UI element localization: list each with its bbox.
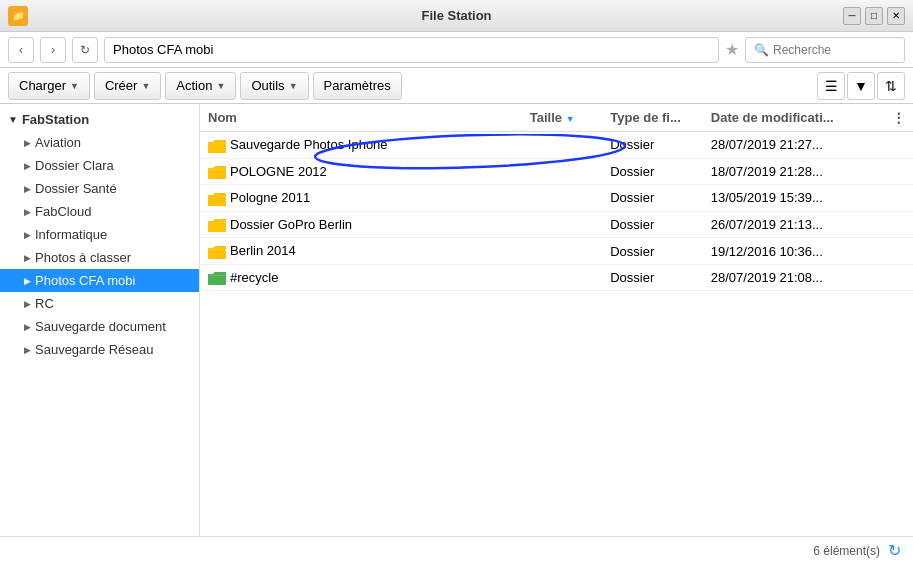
file-date: 19/12/2016 10:36... xyxy=(703,238,884,265)
col-header-date[interactable]: Date de modificati... xyxy=(703,104,884,132)
sidebar-item-label: RC xyxy=(35,296,54,311)
sidebar-item-dossier-sante[interactable]: ▶ Dossier Santé xyxy=(0,177,199,200)
file-size xyxy=(522,158,602,185)
item-arrow-icon: ▶ xyxy=(24,322,31,332)
file-date: 13/05/2019 15:39... xyxy=(703,185,884,212)
file-name[interactable]: Dossier GoPro Berlin xyxy=(200,211,522,238)
sidebar-root[interactable]: ▼ FabStation xyxy=(0,108,199,131)
item-count: 6 élément(s) xyxy=(813,544,880,558)
file-type: Dossier xyxy=(602,158,703,185)
folder-icon xyxy=(208,165,226,179)
charger-arrow: ▼ xyxy=(70,81,79,91)
file-name[interactable]: Sauvegarde Photos Iphone xyxy=(200,132,522,159)
sidebar-item-fabcloud[interactable]: ▶ FabCloud xyxy=(0,200,199,223)
item-arrow-icon: ▶ xyxy=(24,230,31,240)
table-row[interactable]: Sauvegarde Photos Iphone Dossier 28/07/2… xyxy=(200,132,913,159)
svg-rect-9 xyxy=(208,250,226,259)
sidebar-item-label: Sauvegarde document xyxy=(35,319,166,334)
sort-arrow-icon: ▼ xyxy=(566,114,575,124)
file-more[interactable] xyxy=(884,132,913,159)
sidebar-item-rc[interactable]: ▶ RC xyxy=(0,292,199,315)
list-view-button[interactable]: ☰ xyxy=(817,72,845,100)
file-type: Dossier xyxy=(602,264,703,291)
svg-rect-7 xyxy=(208,223,226,232)
refresh-button[interactable]: ↻ xyxy=(72,37,98,63)
sidebar-item-aviation[interactable]: ▶ Aviation xyxy=(0,131,199,154)
file-list: Nom Taille ▼ Type de fi... Date de modif… xyxy=(200,104,913,291)
back-button[interactable]: ‹ xyxy=(8,37,34,63)
item-arrow-icon: ▶ xyxy=(24,276,31,286)
minimize-button[interactable]: ─ xyxy=(843,7,861,25)
table-row[interactable]: Pologne 2011 Dossier 13/05/2019 15:39... xyxy=(200,185,913,212)
sidebar-item-label: Sauvegarde Réseau xyxy=(35,342,154,357)
sort-button[interactable]: ⇅ xyxy=(877,72,905,100)
window-title: File Station xyxy=(421,8,491,23)
file-name[interactable]: #recycle xyxy=(200,264,522,291)
file-more[interactable] xyxy=(884,264,913,291)
col-header-size[interactable]: Taille ▼ xyxy=(522,104,602,132)
file-name[interactable]: POLOGNE 2012 xyxy=(200,158,522,185)
file-size xyxy=(522,238,602,265)
table-header-row: Nom Taille ▼ Type de fi... Date de modif… xyxy=(200,104,913,132)
file-more[interactable] xyxy=(884,211,913,238)
file-more[interactable] xyxy=(884,158,913,185)
file-name[interactable]: Berlin 2014 xyxy=(200,238,522,265)
creer-button[interactable]: Créer ▼ xyxy=(94,72,161,100)
view-dropdown-button[interactable]: ▼ xyxy=(847,72,875,100)
sidebar-item-label: Aviation xyxy=(35,135,81,150)
sidebar-item-sauvegarde-reseau[interactable]: ▶ Sauvegarde Réseau xyxy=(0,338,199,361)
folder-icon xyxy=(208,192,226,206)
root-arrow-icon: ▼ xyxy=(8,114,18,125)
parametres-button[interactable]: Paramètres xyxy=(313,72,402,100)
status-refresh-button[interactable]: ↻ xyxy=(888,541,901,560)
table-row[interactable]: Dossier GoPro Berlin Dossier 26/07/2019 … xyxy=(200,211,913,238)
item-arrow-icon: ▶ xyxy=(24,345,31,355)
folder-icon xyxy=(208,271,226,285)
search-box: 🔍 xyxy=(745,37,905,63)
file-more[interactable] xyxy=(884,238,913,265)
sidebar-item-photos-classer[interactable]: ▶ Photos à classer xyxy=(0,246,199,269)
maximize-button[interactable]: □ xyxy=(865,7,883,25)
col-header-name[interactable]: Nom xyxy=(200,104,522,132)
sidebar-item-sauvegarde-document[interactable]: ▶ Sauvegarde document xyxy=(0,315,199,338)
item-arrow-icon: ▶ xyxy=(24,207,31,217)
file-list-container: Nom Taille ▼ Type de fi... Date de modif… xyxy=(200,104,913,536)
search-input[interactable] xyxy=(773,43,873,57)
file-type: Dossier xyxy=(602,185,703,212)
address-bar: ‹ › ↻ ★ 🔍 xyxy=(0,32,913,68)
file-size xyxy=(522,264,602,291)
file-table: Nom Taille ▼ Type de fi... Date de modif… xyxy=(200,104,913,291)
file-date: 26/07/2019 21:13... xyxy=(703,211,884,238)
item-arrow-icon: ▶ xyxy=(24,161,31,171)
svg-rect-3 xyxy=(208,170,226,179)
favorite-button[interactable]: ★ xyxy=(725,40,739,59)
address-input[interactable] xyxy=(104,37,719,63)
sidebar-item-label: Photos CFA mobi xyxy=(35,273,135,288)
table-row[interactable]: Berlin 2014 Dossier 19/12/2016 10:36... xyxy=(200,238,913,265)
table-row[interactable]: #recycle Dossier 28/07/2019 21:08... xyxy=(200,264,913,291)
file-more[interactable] xyxy=(884,185,913,212)
sidebar-item-photos-cfa-mobi[interactable]: ▶ Photos CFA mobi xyxy=(0,269,199,292)
file-size xyxy=(522,185,602,212)
item-arrow-icon: ▶ xyxy=(24,299,31,309)
sidebar-item-informatique[interactable]: ▶ Informatique xyxy=(0,223,199,246)
item-arrow-icon: ▶ xyxy=(24,253,31,263)
sidebar-item-dossier-clara[interactable]: ▶ Dossier Clara xyxy=(0,154,199,177)
view-buttons: ☰ ▼ ⇅ xyxy=(817,72,905,100)
outils-arrow: ▼ xyxy=(289,81,298,91)
file-type: Dossier xyxy=(602,211,703,238)
charger-button[interactable]: Charger ▼ xyxy=(8,72,90,100)
item-arrow-icon: ▶ xyxy=(24,138,31,148)
sidebar-item-label: Dossier Clara xyxy=(35,158,114,173)
file-size xyxy=(522,211,602,238)
col-header-type[interactable]: Type de fi... xyxy=(602,104,703,132)
table-row[interactable]: POLOGNE 2012 Dossier 18/07/2019 21:28... xyxy=(200,158,913,185)
action-button[interactable]: Action ▼ xyxy=(165,72,236,100)
col-header-more[interactable]: ⋮ xyxy=(884,104,913,132)
toolbar: Charger ▼ Créer ▼ Action ▼ Outils ▼ Para… xyxy=(0,68,913,104)
outils-button[interactable]: Outils ▼ xyxy=(240,72,308,100)
forward-button[interactable]: › xyxy=(40,37,66,63)
file-type: Dossier xyxy=(602,132,703,159)
file-name[interactable]: Pologne 2011 xyxy=(200,185,522,212)
close-button[interactable]: ✕ xyxy=(887,7,905,25)
